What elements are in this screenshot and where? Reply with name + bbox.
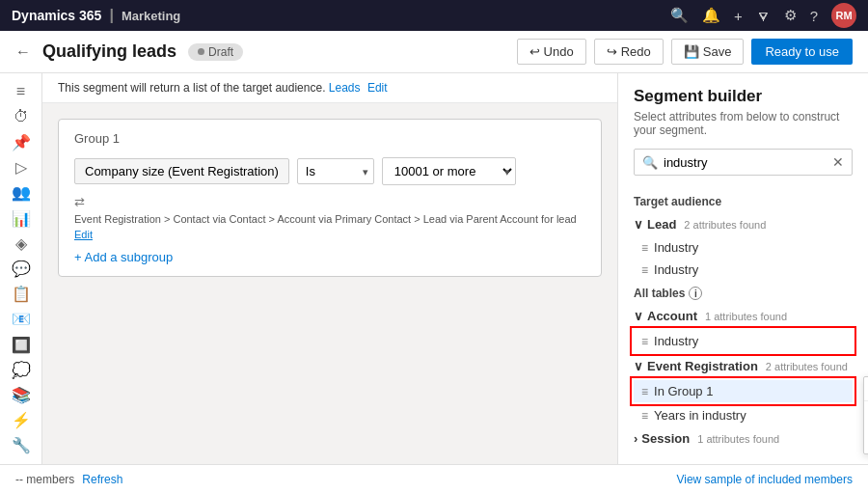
- account-category-header[interactable]: ∨ Account 1 attributes found: [618, 304, 868, 328]
- draft-dot-icon: [198, 48, 204, 55]
- new-subgroup-menu-item[interactable]: New subgroup ›: [864, 427, 868, 453]
- group-box: Group 1 Company size (Event Registration…: [58, 119, 602, 277]
- undo-icon: ↩: [529, 44, 540, 59]
- content-area: This segment will return a list of the t…: [42, 73, 617, 464]
- top-nav-icons: 🔍 🔔 + ⛛ ⚙ ? RM: [670, 3, 856, 28]
- info-icon: i: [689, 287, 702, 300]
- existing-group-menu-item[interactable]: Existing group ›: [864, 401, 868, 427]
- sidebar-tools-icon[interactable]: 🔧: [4, 435, 39, 456]
- sidebar-recent-icon[interactable]: ⏱: [4, 106, 39, 127]
- path-icon: ⇄: [74, 195, 85, 209]
- info-text: This segment will return a list of the t…: [58, 81, 325, 95]
- sidebar-hamburger-icon[interactable]: ≡: [4, 81, 39, 102]
- save-icon: 💾: [684, 44, 699, 59]
- all-tables-label: All tables i: [618, 281, 868, 304]
- attr-icon: ≡: [641, 409, 648, 423]
- left-sidebar: ≡ ⏱ 📌 ▷ 👥 📊 ◈ 💬 📋 📧 🔲 💭 📚 ⚡ 🔧: [0, 73, 42, 464]
- sidebar-chart-icon[interactable]: 📊: [4, 207, 39, 229]
- brand-logo: Dynamics 365 | Marketing: [12, 7, 180, 24]
- attr-icon: ≡: [641, 241, 648, 255]
- sidebar-users-icon[interactable]: 👥: [4, 182, 39, 204]
- sidebar-email-icon[interactable]: 📧: [4, 309, 39, 330]
- draft-badge: Draft: [188, 43, 243, 61]
- target-audience-label: Target audience: [618, 189, 868, 212]
- operator-wrapper: Is: [297, 158, 374, 184]
- ready-to-use-button[interactable]: Ready to use: [751, 39, 853, 65]
- value-select[interactable]: 10001 or more: [382, 157, 516, 185]
- sidebar-play-icon[interactable]: ▷: [4, 157, 39, 178]
- second-bar: ← Qualifying leads Draft ↩ Undo ↪ Redo 💾…: [0, 31, 868, 73]
- sidebar-pin-icon[interactable]: 📌: [4, 131, 39, 152]
- sidebar-bolt-icon[interactable]: ⚡: [4, 410, 39, 431]
- refresh-link[interactable]: Refresh: [82, 473, 122, 486]
- lead-industry-item-1[interactable]: ≡ Industry: [618, 236, 868, 259]
- bell-icon[interactable]: 🔔: [702, 7, 720, 24]
- search-icon: 🔍: [642, 155, 658, 170]
- sidebar-segments-icon[interactable]: ◈: [4, 233, 39, 254]
- search-input[interactable]: [664, 155, 827, 170]
- event-reg-years-item[interactable]: ≡ Years in industry: [618, 404, 868, 426]
- bottom-bar: -- members Refresh View sample of includ…: [0, 464, 868, 493]
- save-button[interactable]: 💾 Save: [671, 39, 745, 65]
- right-panel-title: Segment builder: [634, 87, 853, 106]
- attr-icon: ≡: [641, 263, 648, 277]
- attr-icon: ≡: [641, 335, 648, 348]
- info-bar: This segment will return a list of the t…: [42, 73, 617, 103]
- settings-icon[interactable]: ⚙: [784, 7, 797, 24]
- add-icon[interactable]: +: [734, 8, 743, 24]
- group-title: Group 1: [74, 131, 585, 146]
- avatar[interactable]: RM: [831, 3, 856, 28]
- right-panel-subtitle: Select attributes from below to construc…: [634, 110, 853, 137]
- undo-button[interactable]: ↩ Undo: [517, 39, 586, 65]
- sidebar-list-icon[interactable]: 📋: [4, 284, 39, 305]
- right-panel: Segment builder Select attributes from b…: [617, 73, 868, 464]
- segment-area: Group 1 Company size (Event Registration…: [42, 103, 617, 464]
- redo-icon: ↪: [607, 44, 617, 59]
- panel-content: Target audience ∨ Lead 2 attributes foun…: [618, 189, 868, 464]
- condition-field: Company size (Event Registration): [74, 158, 289, 184]
- filter-icon[interactable]: ⛛: [756, 8, 771, 24]
- edit-link[interactable]: Edit: [367, 81, 388, 95]
- search-icon[interactable]: 🔍: [670, 7, 689, 24]
- condition-row: Company size (Event Registration) Is 100…: [74, 157, 585, 185]
- add-subgroup-button[interactable]: + Add a subgroup: [74, 250, 585, 264]
- sidebar-chat-icon[interactable]: 💬: [4, 258, 39, 279]
- in-group-container: ≡ In Group 1 Add item to Existing group …: [618, 380, 868, 402]
- main-layout: ≡ ⏱ 📌 ▷ 👥 📊 ◈ 💬 📋 📧 🔲 💭 📚 ⚡ 🔧 This segme…: [0, 73, 868, 464]
- operator-select[interactable]: Is: [297, 158, 374, 184]
- redo-button[interactable]: ↪ Redo: [594, 39, 664, 65]
- popup-menu-title: Add item to: [864, 377, 868, 401]
- page-title: Qualifying leads: [42, 41, 176, 62]
- top-nav: Dynamics 365 | Marketing 🔍 🔔 + ⛛ ⚙ ? RM: [0, 0, 868, 31]
- view-sample-link[interactable]: View sample of included members: [676, 473, 853, 486]
- event-registration-category-header[interactable]: ∨ Event Registration 2 attributes found: [618, 354, 868, 378]
- search-clear-icon[interactable]: ✕: [832, 154, 844, 170]
- help-icon[interactable]: ?: [810, 8, 818, 24]
- path-text: Event Registration > Contact via Contact…: [74, 213, 577, 225]
- sidebar-books-icon[interactable]: 📚: [4, 384, 39, 405]
- session-category-header[interactable]: › Session 1 attributes found: [618, 426, 868, 451]
- value-wrapper: 10001 or more: [382, 157, 516, 185]
- lead-industry-item-2[interactable]: ≡ Industry: [618, 259, 868, 281]
- lead-category-header[interactable]: ∨ Lead 2 attributes found: [618, 212, 868, 236]
- path-row: ⇄ Event Registration > Contact via Conta…: [74, 195, 585, 240]
- path-edit-link[interactable]: Edit: [74, 229, 93, 240]
- toolbar-right: ↩ Undo ↪ Redo 💾 Save Ready to use: [517, 39, 853, 65]
- members-count: -- members: [15, 473, 74, 486]
- audience-link[interactable]: Leads: [329, 81, 361, 95]
- popup-menu: Add item to Existing group › New subgrou…: [863, 376, 868, 454]
- right-panel-header: Segment builder Select attributes from b…: [618, 73, 868, 189]
- back-button[interactable]: ←: [15, 43, 31, 61]
- search-box: 🔍 ✕: [634, 149, 853, 176]
- sidebar-speech-icon[interactable]: 💭: [4, 359, 39, 380]
- event-reg-industry-in-group[interactable]: ≡ In Group 1: [634, 380, 853, 402]
- account-industry-item[interactable]: ≡ Industry: [634, 330, 853, 352]
- attr-icon: ≡: [641, 385, 648, 398]
- sidebar-grid-icon[interactable]: 🔲: [4, 334, 39, 355]
